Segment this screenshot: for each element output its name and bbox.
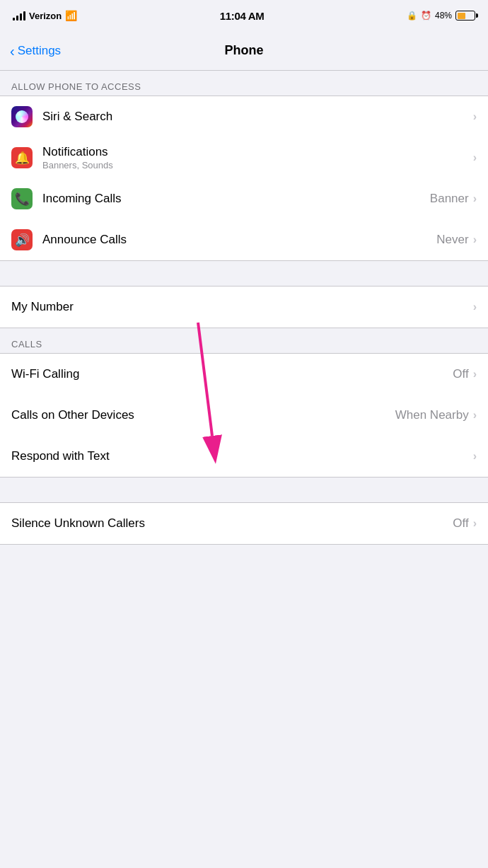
incoming-calls-chevron-icon: › xyxy=(473,192,477,205)
notifications-chevron-icon: › xyxy=(473,151,477,164)
silence-unknown-value: Off xyxy=(453,516,468,531)
wifi-calling-content: Wi-Fi Calling xyxy=(11,367,453,381)
respond-with-text-right: › xyxy=(473,450,477,463)
incoming-calls-right: Banner › xyxy=(430,192,477,206)
status-bar: Verizon 📶 11:04 AM 🔒 ⏰ 48% xyxy=(0,0,488,31)
calls-other-devices-label: Calls on Other Devices xyxy=(11,408,395,422)
incoming-calls-icon: 📞 xyxy=(11,188,33,209)
gap-2 xyxy=(0,478,488,502)
alarm-icon: ⏰ xyxy=(421,11,431,21)
respond-with-text-item[interactable]: Respond with Text › xyxy=(0,436,488,477)
wifi-icon: 📶 xyxy=(65,10,77,21)
notifications-item[interactable]: 🔔 Notifications Banners, Sounds › xyxy=(0,137,488,178)
silence-unknown-label: Silence Unknown Callers xyxy=(11,516,453,531)
wifi-calling-chevron-icon: › xyxy=(473,368,477,381)
my-number-item[interactable]: My Number › xyxy=(0,287,488,328)
announce-calls-icon: 🔊 xyxy=(11,229,33,250)
announce-calls-chevron-icon: › xyxy=(473,233,477,246)
my-number-group: My Number › xyxy=(0,286,488,328)
wifi-calling-label: Wi-Fi Calling xyxy=(11,367,453,381)
calls-section-header: CALLS xyxy=(0,328,488,353)
siri-chevron-icon: › xyxy=(473,110,477,123)
section-label-calls: CALLS xyxy=(11,339,42,349)
silence-unknown-right: Off › xyxy=(453,516,477,531)
calls-other-devices-right: When Nearby › xyxy=(395,408,477,422)
siri-right: › xyxy=(473,110,477,123)
wifi-calling-right: Off › xyxy=(453,367,477,381)
silence-unknown-chevron-icon: › xyxy=(473,517,477,530)
silence-unknown-item[interactable]: Silence Unknown Callers Off › xyxy=(0,503,488,544)
announce-calls-content: Announce Calls xyxy=(42,233,436,247)
battery-icon xyxy=(455,11,475,21)
my-number-label: My Number xyxy=(11,300,473,314)
lock-icon: 🔒 xyxy=(407,11,417,21)
silence-unknown-content: Silence Unknown Callers xyxy=(11,516,453,531)
calls-other-devices-value: When Nearby xyxy=(395,408,469,422)
notifications-icon: 🔔 xyxy=(11,147,33,168)
siri-label: Siri & Search xyxy=(42,110,473,124)
status-left: Verizon 📶 xyxy=(13,10,77,21)
announce-calls-right: Never › xyxy=(436,233,477,247)
announce-calls-item[interactable]: 🔊 Announce Calls Never › xyxy=(0,219,488,260)
carrier-label: Verizon xyxy=(29,11,62,21)
back-label: Settings xyxy=(18,44,61,58)
nav-bar: ‹ Settings Phone xyxy=(0,31,488,71)
respond-with-text-chevron-icon: › xyxy=(473,450,477,463)
announce-calls-label: Announce Calls xyxy=(42,233,436,247)
bottom-fill xyxy=(0,545,488,601)
calls-list: Wi-Fi Calling Off › Calls on Other Devic… xyxy=(0,353,488,478)
calls-other-devices-content: Calls on Other Devices xyxy=(11,408,395,422)
calls-other-devices-chevron-icon: › xyxy=(473,409,477,422)
wifi-calling-value: Off xyxy=(453,367,468,381)
back-button[interactable]: ‹ Settings xyxy=(10,44,61,58)
announce-calls-value: Never xyxy=(436,233,468,247)
gap-1 xyxy=(0,261,488,286)
incoming-calls-content: Incoming Calls xyxy=(42,192,430,206)
incoming-calls-item[interactable]: 📞 Incoming Calls Banner › xyxy=(0,178,488,219)
siri-icon xyxy=(11,106,33,127)
notifications-subtitle: Banners, Sounds xyxy=(42,160,473,170)
section-label-allow: ALLOW PHONE TO ACCESS xyxy=(11,81,141,92)
calls-other-devices-item[interactable]: Calls on Other Devices When Nearby › xyxy=(0,395,488,436)
page-title: Phone xyxy=(224,43,263,58)
notifications-label: Notifications xyxy=(42,145,473,159)
battery-percent: 48% xyxy=(435,11,452,21)
notifications-content: Notifications Banners, Sounds xyxy=(42,145,473,170)
incoming-calls-label: Incoming Calls xyxy=(42,192,430,206)
my-number-chevron-icon: › xyxy=(473,301,477,313)
signal-bars-icon xyxy=(13,11,25,21)
respond-with-text-content: Respond with Text xyxy=(11,449,473,463)
back-chevron-icon: ‹ xyxy=(10,44,15,58)
respond-with-text-label: Respond with Text xyxy=(11,449,473,463)
allow-phone-list: Siri & Search › 🔔 Notifications Banners,… xyxy=(0,96,488,261)
silence-group: Silence Unknown Callers Off › xyxy=(0,502,488,545)
incoming-calls-value: Banner xyxy=(430,192,469,206)
wifi-calling-item[interactable]: Wi-Fi Calling Off › xyxy=(0,354,488,395)
my-number-right: › xyxy=(473,301,477,313)
status-time: 11:04 AM xyxy=(220,10,265,22)
siri-content: Siri & Search xyxy=(42,110,473,124)
allow-phone-section-header: ALLOW PHONE TO ACCESS xyxy=(0,71,488,96)
status-right: 🔒 ⏰ 48% xyxy=(407,11,475,21)
my-number-content: My Number xyxy=(11,300,473,314)
siri-search-item[interactable]: Siri & Search › xyxy=(0,96,488,137)
notifications-right: › xyxy=(473,151,477,164)
